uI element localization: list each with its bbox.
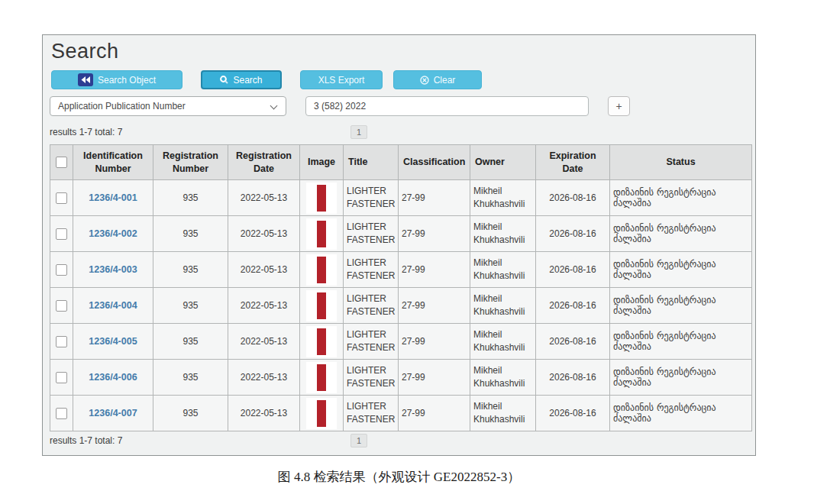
design-image-thumbnail[interactable] bbox=[306, 326, 337, 357]
search-object-button[interactable]: Search Object bbox=[51, 70, 183, 89]
title-cell: LIGHTER FASTENER bbox=[344, 180, 399, 216]
header-expiration-date: Expiration Date bbox=[536, 145, 610, 180]
table-row: 1236/4-0049352022-05-13LIGHTER FASTENER2… bbox=[50, 288, 752, 324]
search-icon bbox=[220, 76, 228, 84]
row-checkbox[interactable] bbox=[56, 372, 67, 383]
expiration-date-cell: 2026-08-16 bbox=[536, 288, 610, 324]
title-cell: LIGHTER FASTENER bbox=[344, 396, 399, 431]
registration-number-cell: 935 bbox=[153, 252, 228, 288]
header-owner: Owner bbox=[470, 145, 536, 180]
registration-date-cell: 2022-05-13 bbox=[228, 252, 300, 288]
page-title: Search bbox=[51, 40, 748, 63]
row-checkbox[interactable] bbox=[56, 264, 67, 276]
design-image-thumbnail[interactable] bbox=[306, 183, 337, 214]
title-cell: LIGHTER FASTENER bbox=[344, 288, 399, 324]
expiration-date-cell: 2026-08-16 bbox=[536, 396, 610, 431]
status-cell: დიზაინის რეგისტრაცია ძალაშია bbox=[610, 324, 752, 360]
expiration-date-cell: 2026-08-16 bbox=[536, 360, 610, 396]
expiration-date-cell: 2026-08-16 bbox=[536, 216, 610, 252]
search-field-select[interactable]: Application Publication Number bbox=[50, 96, 286, 116]
red-bar-design-image bbox=[317, 292, 326, 319]
expiration-date-cell: 2026-08-16 bbox=[536, 252, 610, 288]
header-classification: Classification bbox=[399, 145, 470, 180]
pagination-page-button-top[interactable]: 1 bbox=[350, 125, 367, 139]
search-label: Search bbox=[233, 75, 262, 86]
status-cell: დიზაინის რეგისტრაცია ძალაშია bbox=[610, 360, 752, 396]
table-row: 1236/4-0019352022-05-13LIGHTER FASTENER2… bbox=[50, 180, 752, 216]
status-cell: დიზაინის რეგისტრაცია ძალაშია bbox=[610, 216, 752, 252]
xls-export-button[interactable]: XLS Export bbox=[300, 70, 383, 89]
add-criteria-button[interactable]: + bbox=[608, 96, 630, 116]
classification-cell: 27-99 bbox=[399, 216, 470, 252]
owner-cell: Mikheil Khukhashvili bbox=[470, 180, 536, 216]
pagination-page-button-bottom[interactable]: 1 bbox=[350, 434, 367, 447]
owner-cell: Mikheil Khukhashvili bbox=[470, 324, 536, 360]
design-image-thumbnail[interactable] bbox=[306, 218, 337, 250]
registration-date-cell: 2022-05-13 bbox=[228, 360, 300, 396]
status-cell: დიზაინის რეგისტრაცია ძალაშია bbox=[610, 396, 752, 431]
registration-date-cell: 2022-05-13 bbox=[228, 396, 300, 431]
design-image-thumbnail[interactable] bbox=[306, 254, 337, 286]
results-table: Identification Number Registration Numbe… bbox=[50, 144, 752, 431]
table-row: 1236/4-0059352022-05-13LIGHTER FASTENER2… bbox=[50, 324, 752, 360]
classification-cell: 27-99 bbox=[399, 396, 470, 431]
title-cell: LIGHTER FASTENER bbox=[344, 216, 399, 252]
figure-caption: 图 4.8 检索结果（外观设计 GE2022852-3） bbox=[42, 468, 756, 486]
header-identification-number: Identification Number bbox=[73, 145, 153, 180]
identification-number-link[interactable]: 1236/4-006 bbox=[89, 372, 137, 383]
red-bar-design-image bbox=[317, 400, 326, 427]
registration-number-cell: 935 bbox=[153, 396, 228, 431]
owner-cell: Mikheil Khukhashvili bbox=[470, 288, 536, 324]
toolbar: Search Object Search XLS Export Clear bbox=[50, 70, 748, 89]
registration-date-cell: 2022-05-13 bbox=[228, 288, 300, 324]
design-image-thumbnail[interactable] bbox=[306, 290, 337, 321]
design-image-thumbnail[interactable] bbox=[306, 362, 337, 393]
table-row: 1236/4-0029352022-05-13LIGHTER FASTENER2… bbox=[50, 216, 752, 252]
table-row: 1236/4-0079352022-05-13LIGHTER FASTENER2… bbox=[50, 396, 752, 431]
search-button[interactable]: Search bbox=[201, 70, 282, 89]
filter-row: Application Publication Number + bbox=[50, 96, 748, 116]
identification-number-link[interactable]: 1236/4-007 bbox=[89, 408, 137, 418]
clear-button[interactable]: Clear bbox=[393, 70, 482, 89]
row-checkbox[interactable] bbox=[56, 192, 67, 204]
results-table-body: 1236/4-0019352022-05-13LIGHTER FASTENER2… bbox=[50, 180, 752, 431]
row-checkbox[interactable] bbox=[56, 228, 67, 240]
title-cell: LIGHTER FASTENER bbox=[344, 324, 399, 360]
row-checkbox[interactable] bbox=[56, 408, 67, 419]
header-registration-date: Registration Date bbox=[228, 145, 300, 180]
identification-number-link[interactable]: 1236/4-001 bbox=[89, 192, 137, 203]
owner-cell: Mikheil Khukhashvili bbox=[470, 252, 536, 288]
select-all-checkbox[interactable] bbox=[56, 157, 67, 168]
classification-cell: 27-99 bbox=[399, 252, 470, 288]
rewind-icon bbox=[78, 73, 93, 86]
registration-date-cell: 2022-05-13 bbox=[228, 180, 300, 216]
table-row: 1236/4-0069352022-05-13LIGHTER FASTENER2… bbox=[50, 360, 752, 396]
identification-number-link[interactable]: 1236/4-005 bbox=[89, 336, 137, 347]
owner-cell: Mikheil Khukhashvili bbox=[470, 360, 536, 396]
search-query-input[interactable] bbox=[305, 96, 589, 116]
table-row: 1236/4-0039352022-05-13LIGHTER FASTENER2… bbox=[50, 252, 752, 288]
results-summary-top-row: results 1-7 total: 7 1 bbox=[50, 125, 748, 142]
title-cell: LIGHTER FASTENER bbox=[344, 252, 399, 288]
chevron-down-icon bbox=[270, 102, 278, 110]
red-bar-design-image bbox=[317, 221, 326, 247]
xls-export-label: XLS Export bbox=[318, 75, 365, 86]
registration-number-cell: 935 bbox=[153, 324, 228, 360]
row-checkbox[interactable] bbox=[56, 336, 67, 347]
header-registration-number: Registration Number bbox=[153, 145, 228, 180]
registration-number-cell: 935 bbox=[153, 360, 228, 396]
registration-number-cell: 935 bbox=[153, 288, 228, 324]
row-checkbox[interactable] bbox=[56, 300, 67, 312]
results-summary-top: results 1-7 total: 7 bbox=[50, 127, 122, 137]
classification-cell: 27-99 bbox=[399, 288, 470, 324]
identification-number-link[interactable]: 1236/4-004 bbox=[89, 300, 137, 311]
expiration-date-cell: 2026-08-16 bbox=[536, 180, 610, 216]
clear-icon bbox=[420, 76, 429, 85]
identification-number-link[interactable]: 1236/4-002 bbox=[89, 228, 137, 239]
owner-cell: Mikheil Khukhashvili bbox=[470, 396, 536, 431]
design-image-thumbnail[interactable] bbox=[306, 398, 337, 429]
search-field-selected-value: Application Publication Number bbox=[58, 101, 186, 111]
header-image: Image bbox=[300, 145, 344, 180]
identification-number-link[interactable]: 1236/4-003 bbox=[89, 264, 137, 275]
status-cell: დიზაინის რეგისტრაცია ძალაშია bbox=[610, 288, 752, 324]
